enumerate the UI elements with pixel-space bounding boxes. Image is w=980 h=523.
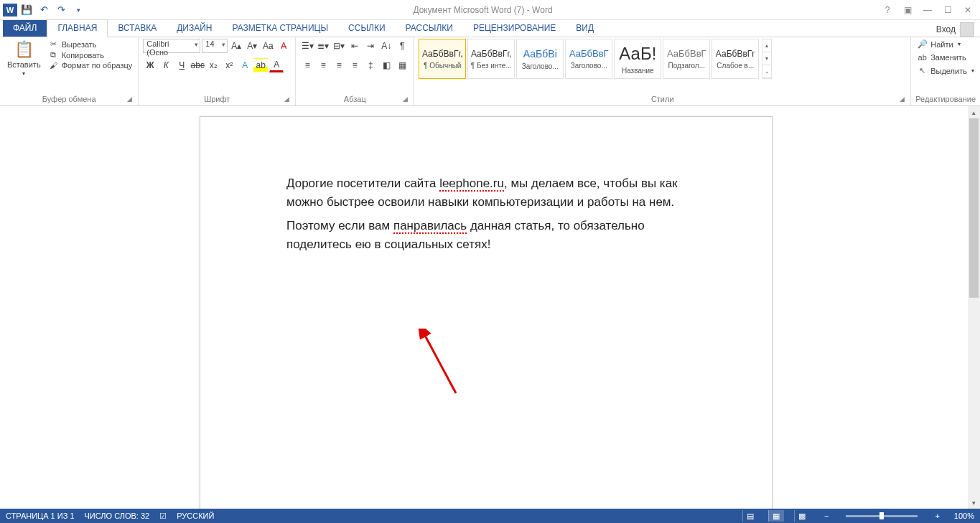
tab-file[interactable]: ФАЙЛ — [3, 20, 47, 37]
style-item[interactable]: АаБ!Название — [614, 39, 661, 79]
zoom-level[interactable]: 100% — [954, 512, 974, 520]
window-title: Документ Microsoft Word (7) - Word — [86, 5, 879, 15]
change-case-button[interactable]: Aa — [261, 39, 275, 53]
maximize-button[interactable]: ☐ — [940, 2, 956, 18]
shrink-font-button[interactable]: A▾ — [245, 39, 259, 53]
page[interactable]: Дорогие посетители сайта leephone.ru, мы… — [200, 116, 773, 509]
login-link[interactable]: Вход — [936, 24, 956, 34]
minimize-button[interactable]: — — [920, 2, 935, 18]
help-button[interactable]: ? — [879, 2, 895, 18]
tab-home[interactable]: ГЛАВНАЯ — [47, 19, 108, 37]
zoom-slider[interactable] — [846, 515, 918, 517]
vertical-scrollbar[interactable]: ▴ ▾ — [968, 106, 980, 509]
clear-formatting-button[interactable]: A̶ — [276, 39, 291, 53]
tab-review[interactable]: РЕЦЕНЗИРОВАНИЕ — [463, 20, 566, 37]
redo-button[interactable]: ↷ — [53, 2, 69, 18]
status-language[interactable]: РУССКИЙ — [177, 512, 214, 520]
zoom-out-button[interactable]: − — [820, 512, 833, 520]
styles-gallery[interactable]: АаБбВвГг,¶ ОбычныйАаБбВвГг,¶ Без инте...… — [419, 39, 759, 79]
underline-button[interactable]: Ч — [174, 58, 189, 72]
cut-button[interactable]: ✂Вырезать — [47, 39, 134, 50]
status-words[interactable]: ЧИСЛО СЛОВ: 32 — [85, 512, 150, 520]
paragraph-dialog-launcher[interactable]: ◢ — [403, 95, 408, 103]
tab-references[interactable]: ССЫЛКИ — [338, 20, 395, 37]
font-color-button[interactable]: A — [269, 58, 284, 72]
user-avatar-icon[interactable] — [960, 22, 974, 37]
tab-layout[interactable]: РАЗМЕТКА СТРАНИЦЫ — [223, 20, 339, 37]
view-print-layout-button[interactable]: ▦ — [768, 510, 784, 522]
subscript-button[interactable]: x₂ — [206, 58, 220, 72]
view-read-mode-button[interactable]: ▤ — [742, 510, 758, 522]
copy-icon: ⧉ — [48, 50, 59, 60]
strike-button[interactable]: abc — [190, 58, 205, 72]
close-button[interactable]: ✕ — [960, 2, 976, 18]
cursor-icon: ↖ — [917, 66, 928, 75]
style-item[interactable]: АаБбВвГг,¶ Без инте... — [467, 39, 515, 79]
undo-button[interactable]: ↶ — [36, 2, 52, 18]
multilevel-button[interactable]: ⊟▾ — [332, 39, 346, 53]
ribbon-tabs: ФАЙЛ ГЛАВНАЯ ВСТАВКА ДИЗАЙН РАЗМЕТКА СТР… — [0, 20, 980, 37]
numbering-button[interactable]: ≣▾ — [316, 39, 330, 53]
justify-button[interactable]: ≡ — [347, 58, 362, 72]
font-size-select[interactable]: 14 — [202, 39, 228, 53]
group-clipboard: 📋 Вставить ▾ ✂Вырезать ⧉Копировать 🖌Форм… — [0, 37, 139, 105]
clipboard-dialog-launcher[interactable]: ◢ — [127, 95, 132, 103]
format-painter-button[interactable]: 🖌Формат по образцу — [47, 60, 134, 70]
select-button[interactable]: ↖Выделить▾ — [915, 65, 976, 76]
save-button[interactable]: 💾 — [19, 2, 34, 18]
show-marks-button[interactable]: ¶ — [395, 39, 409, 53]
paragraph-2[interactable]: Поэтому если вам панравилась данная стат… — [286, 217, 686, 255]
document-body[interactable]: Дорогие посетители сайта leephone.ru, мы… — [200, 117, 772, 254]
qat-more-button[interactable]: ▾ — [70, 2, 86, 18]
replace-button[interactable]: abЗаменить — [915, 52, 967, 62]
tab-insert[interactable]: ВСТАВКА — [108, 20, 167, 37]
superscript-button[interactable]: x² — [222, 58, 236, 72]
tab-view[interactable]: ВИД — [566, 20, 604, 37]
style-item[interactable]: АаБбВіЗаголово... — [516, 39, 564, 79]
bold-button[interactable]: Ж — [143, 58, 157, 72]
copy-button[interactable]: ⧉Копировать — [47, 50, 134, 60]
styles-dialog-launcher[interactable]: ◢ — [900, 95, 905, 103]
align-center-button[interactable]: ≡ — [316, 58, 330, 72]
align-left-button[interactable]: ≡ — [300, 58, 314, 72]
shading-button[interactable]: ◧ — [379, 58, 393, 72]
font-name-select[interactable]: Calibri (Осно — [143, 39, 200, 53]
text-effects-button[interactable]: A — [238, 58, 252, 72]
style-item[interactable]: АаБбВвГг,¶ Обычный — [419, 39, 466, 79]
spell-underline[interactable]: панравилась — [393, 219, 467, 234]
grow-font-button[interactable]: A▴ — [229, 39, 243, 53]
style-item[interactable]: АаБбВвГгСлабое в... — [711, 39, 759, 79]
style-item[interactable]: АаБбВвГЗаголово... — [565, 39, 612, 79]
status-proofing-icon[interactable]: ☑ — [159, 512, 167, 521]
italic-button[interactable]: К — [159, 58, 173, 72]
group-paragraph: ☰▾ ≣▾ ⊟▾ ⇤ ⇥ A↓ ¶ ≡ ≡ ≡ ≡ ‡ ◧ ▦ Абзац◢ — [296, 37, 414, 105]
ribbon-display-button[interactable]: ▣ — [900, 2, 915, 18]
paragraph-1[interactable]: Дорогие посетители сайта leephone.ru, мы… — [286, 174, 686, 212]
sort-button[interactable]: A↓ — [379, 39, 393, 53]
spell-underline[interactable]: leephone.ru — [439, 176, 504, 192]
borders-button[interactable]: ▦ — [395, 58, 409, 72]
zoom-in-button[interactable]: + — [930, 512, 943, 520]
paste-button[interactable]: 📋 Вставить ▾ — [4, 39, 44, 78]
tab-mailings[interactable]: РАССЫЛКИ — [396, 20, 463, 37]
document-area[interactable]: Дорогие посетители сайта leephone.ru, мы… — [0, 106, 980, 509]
status-page[interactable]: СТРАНИЦА 1 ИЗ 1 — [6, 512, 75, 520]
binoculars-icon: 🔎 — [917, 39, 928, 49]
scroll-down-button[interactable]: ▾ — [968, 496, 980, 509]
clipboard-icon: 📋 — [14, 40, 34, 59]
decrease-indent-button[interactable]: ⇤ — [347, 39, 362, 53]
styles-gallery-scroll[interactable]: ▴▾⌄ — [762, 39, 772, 79]
align-right-button[interactable]: ≡ — [332, 58, 346, 72]
font-dialog-launcher[interactable]: ◢ — [284, 95, 289, 103]
view-web-layout-button[interactable]: ▩ — [794, 510, 810, 522]
find-button[interactable]: 🔎Найти▾ — [915, 39, 961, 50]
scrollbar-thumb[interactable] — [969, 118, 979, 298]
highlight-button[interactable]: ab — [253, 58, 268, 72]
line-spacing-button[interactable]: ‡ — [363, 58, 378, 72]
style-item[interactable]: АаБбВвГПодзагол... — [663, 39, 710, 79]
increase-indent-button[interactable]: ⇥ — [363, 39, 378, 53]
tab-design[interactable]: ДИЗАЙН — [167, 20, 222, 37]
quick-access-toolbar: W 💾 ↶ ↷ ▾ — [0, 2, 86, 18]
bullets-button[interactable]: ☰▾ — [300, 39, 314, 53]
scroll-up-button[interactable]: ▴ — [968, 106, 980, 118]
